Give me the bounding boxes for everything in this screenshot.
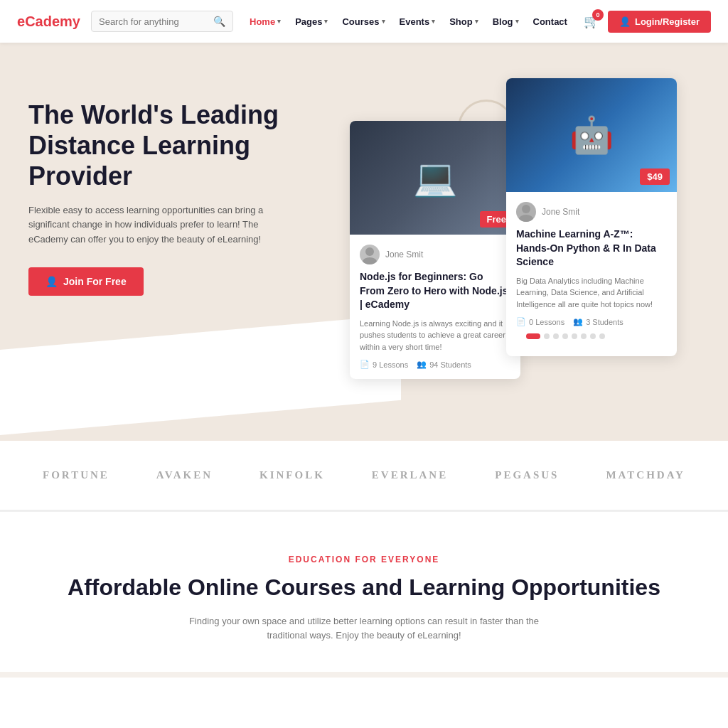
- card-desc-nodejs: Learning Node.js is always exciting and …: [360, 318, 510, 353]
- hero-description: Flexible easy to access learning opportu…: [28, 203, 270, 247]
- chevron-down-icon: ▾: [382, 18, 385, 25]
- card-meta-nodejs: 📄 9 Lessons 👥 94 Students: [360, 360, 510, 369]
- search-bar[interactable]: 🔍: [91, 11, 233, 32]
- card-image-ml: 🤖 $49: [506, 78, 677, 192]
- people-icon: 👥: [417, 360, 427, 369]
- nav-right: 🛒 0 👤 Login/Register: [584, 11, 711, 33]
- login-button[interactable]: 👤 Login/Register: [608, 11, 711, 33]
- students-nodejs: 👥 94 Students: [417, 360, 471, 369]
- nav-contact[interactable]: Contact: [528, 12, 573, 31]
- svg-point-2: [522, 205, 530, 213]
- dot-2[interactable]: [544, 333, 550, 339]
- nav-shop[interactable]: Shop ▾: [444, 12, 484, 31]
- card-title-ml: Machine Learning A-Z™: Hands-On Python &…: [516, 228, 667, 269]
- join-button[interactable]: 👤 Join For Free: [28, 267, 144, 296]
- course-card-ml[interactable]: 🤖 $49 Jone Smit Machine Learning A-Z™: H…: [506, 78, 677, 356]
- nav-events[interactable]: Events ▾: [394, 12, 441, 31]
- bottom-divider: [0, 672, 728, 678]
- nav-home[interactable]: Home ▾: [244, 12, 287, 31]
- card-badge-price: $49: [640, 168, 670, 185]
- user-icon: 👤: [619, 16, 631, 27]
- course-card-nodejs[interactable]: 💻 Free Jone Smit Node.js for Beginners: …: [350, 121, 520, 379]
- brand-fortune: Fortune: [43, 469, 109, 481]
- brands-section: Fortune Avaken Kinfolk Everlane Pegasus …: [0, 441, 728, 510]
- lessons-nodejs: 📄 9 Lessons: [360, 360, 408, 369]
- dot-4[interactable]: [562, 333, 568, 339]
- avatar-nodejs: [360, 245, 380, 264]
- card-body-nodejs: Jone Smit Node.js for Beginners: Go From…: [350, 235, 520, 379]
- card-body-ml: Jone Smit Machine Learning A-Z™: Hands-O…: [506, 192, 677, 356]
- search-icon[interactable]: 🔍: [213, 16, 225, 27]
- svg-point-0: [365, 247, 374, 256]
- book-icon: 📄: [516, 317, 526, 326]
- avatar-ml: [516, 202, 536, 222]
- hero-text-block: The World's Leading Distance Learning Pr…: [28, 85, 327, 296]
- card-author-nodejs: Jone Smit: [360, 245, 510, 264]
- section-tag: Education For Everyone: [28, 555, 700, 564]
- card-meta-ml: 📄 0 Lessons 👥 3 Students: [516, 317, 667, 326]
- card-desc-ml: Big Data Analytics including Machine Lea…: [516, 275, 667, 311]
- search-input[interactable]: [99, 16, 209, 27]
- cart-badge: 0: [592, 9, 604, 21]
- nav-courses[interactable]: Courses ▾: [336, 12, 390, 31]
- carousel-dots: [516, 326, 667, 346]
- brand-matchday: Matchday: [606, 469, 685, 481]
- author-name-ml: Jone Smit: [542, 207, 579, 217]
- chevron-down-icon: ▾: [475, 18, 478, 25]
- chevron-down-icon: ▾: [432, 18, 435, 25]
- dot-7[interactable]: [590, 333, 596, 339]
- dot-5[interactable]: [572, 333, 577, 339]
- navbar: eCademy 🔍 Home ▾ Pages ▾ Courses ▾ Event…: [0, 0, 728, 43]
- hero-section: The World's Leading Distance Learning Pr…: [0, 43, 728, 441]
- section-description: Finding your own space and utilize bette…: [186, 614, 542, 644]
- chevron-down-icon: ▾: [515, 18, 519, 25]
- nav-pages[interactable]: Pages ▾: [289, 12, 333, 31]
- dot-8[interactable]: [599, 333, 605, 339]
- dot-6[interactable]: [581, 333, 587, 339]
- hero-cards: 💻 Free Jone Smit Node.js for Beginners: …: [327, 85, 700, 379]
- dot-1[interactable]: [526, 333, 540, 339]
- section-title: Affordable Online Courses and Learning O…: [28, 573, 700, 603]
- brand-pegasus: Pegasus: [495, 469, 559, 481]
- chevron-down-icon: ▾: [324, 18, 328, 25]
- card-image-nodejs: 💻 Free: [350, 121, 520, 235]
- svg-point-3: [519, 215, 533, 222]
- dot-3[interactable]: [553, 333, 559, 339]
- brand-avaken: Avaken: [156, 469, 213, 481]
- author-name-nodejs: Jone Smit: [385, 250, 423, 259]
- hero-title: The World's Leading Distance Learning Pr…: [28, 100, 327, 192]
- chevron-down-icon: ▾: [277, 18, 281, 25]
- card-title-nodejs: Node.js for Beginners: Go From Zero to H…: [360, 270, 510, 312]
- nav-blog[interactable]: Blog ▾: [487, 12, 525, 31]
- logo-suffix: Cademy: [25, 14, 80, 29]
- nav-links: Home ▾ Pages ▾ Courses ▾ Events ▾ Shop ▾…: [244, 12, 573, 31]
- svg-point-1: [363, 257, 377, 264]
- lessons-ml: 📄 0 Lessons: [516, 317, 564, 326]
- logo-prefix: e: [17, 14, 25, 29]
- cart-button[interactable]: 🛒 0: [584, 14, 599, 29]
- card-author-ml: Jone Smit: [516, 202, 667, 222]
- logo[interactable]: eCademy: [17, 14, 80, 30]
- brand-kinfolk: Kinfolk: [259, 469, 325, 481]
- user-icon: 👤: [46, 276, 58, 287]
- students-ml: 👥 3 Students: [573, 317, 623, 326]
- education-section: Education For Everyone Affordable Online…: [0, 511, 728, 672]
- brand-everlane: Everlane: [372, 469, 448, 481]
- people-icon: 👥: [573, 317, 583, 326]
- book-icon: 📄: [360, 360, 370, 369]
